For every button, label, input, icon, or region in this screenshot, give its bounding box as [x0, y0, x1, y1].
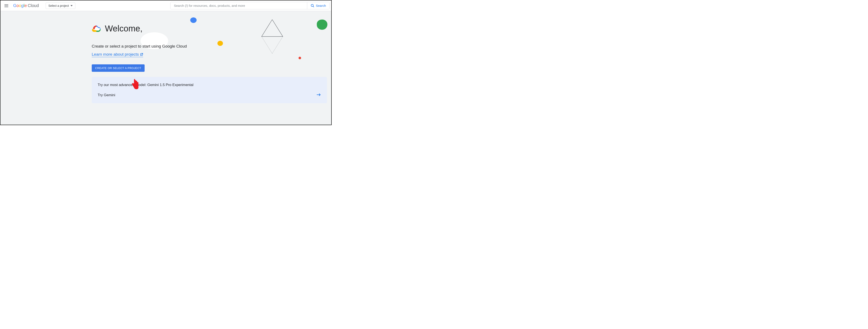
project-selector-label: Select a project [49, 4, 69, 7]
header: Google Cloud Select a project Search [0, 0, 331, 11]
learn-more-link[interactable]: Learn more about projects [92, 52, 143, 57]
search-input[interactable] [170, 2, 307, 9]
welcome-row: Welcome, [92, 24, 331, 33]
svg-point-0 [311, 4, 314, 7]
annotation-pointer-hand-icon [131, 79, 139, 90]
promo-action-row: Try Gemini [98, 93, 321, 97]
gemini-promo-card: Try our most advanced model: Gemini 1.5 … [92, 77, 327, 103]
content-area: Welcome, Create or select a project to s… [0, 11, 331, 125]
subtitle-text: Create or select a project to start usin… [92, 44, 331, 49]
chevron-down-icon [70, 5, 73, 6]
external-link-icon [140, 53, 143, 56]
google-cloud-icon [92, 25, 101, 33]
search-container: Search [170, 2, 330, 9]
logo-cloud-text: Cloud [28, 3, 39, 8]
main-content: Welcome, Create or select a project to s… [0, 11, 331, 103]
hamburger-icon [4, 3, 9, 8]
google-cloud-logo[interactable]: Google Cloud [13, 3, 39, 8]
search-button[interactable]: Search [307, 2, 329, 9]
welcome-title: Welcome, [105, 24, 143, 33]
hamburger-menu-button[interactable] [2, 1, 11, 10]
promo-arrow-button[interactable] [316, 93, 321, 97]
arrow-right-icon [316, 93, 321, 96]
project-selector-button[interactable]: Select a project [45, 3, 75, 9]
search-icon [311, 4, 314, 8]
try-gemini-link[interactable]: Try Gemini [98, 93, 115, 97]
search-button-label: Search [316, 4, 326, 7]
learn-more-label: Learn more about projects [92, 52, 139, 57]
create-or-select-project-button[interactable]: CREATE OR SELECT A PROJECT [92, 64, 145, 72]
svg-line-1 [313, 6, 314, 7]
logo-google-text: Google [13, 3, 27, 8]
